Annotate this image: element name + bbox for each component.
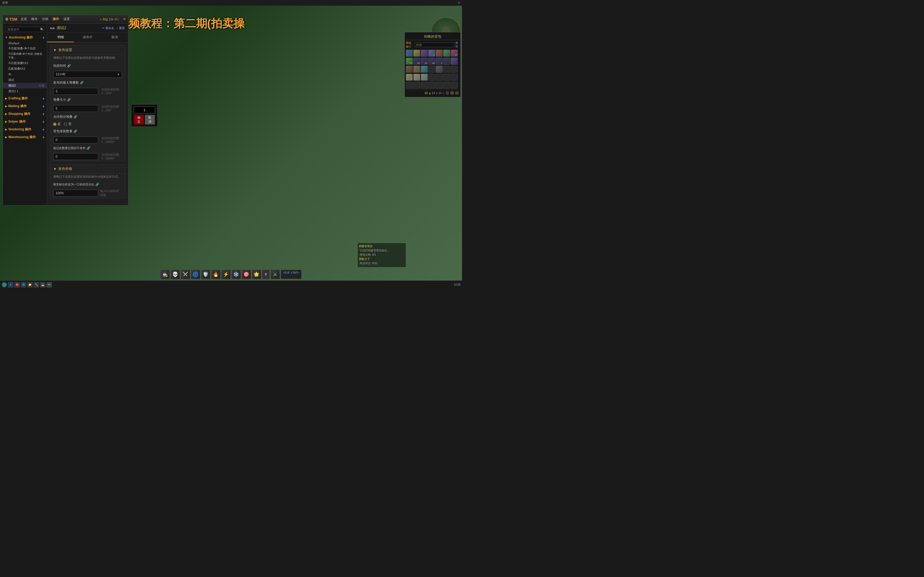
warehousing-add-button[interactable]: + <box>42 135 45 139</box>
bag-slot[interactable] <box>421 82 428 89</box>
bag-slot[interactable] <box>451 58 458 64</box>
stack-size-info-icon[interactable]: 🔗 <box>67 98 71 102</box>
bag-search-input[interactable] <box>415 42 454 47</box>
bag-slot[interactable] <box>451 66 458 73</box>
sidebar-sniper-header[interactable]: ▶ Sniper 操作 + <box>3 118 47 125</box>
bag-slot[interactable]: 20 <box>428 58 435 64</box>
bag-slot[interactable] <box>414 66 420 73</box>
bag-slot[interactable] <box>421 74 428 81</box>
bag-slot[interactable] <box>406 66 413 73</box>
sidebar-item-default[interactable]: #Default <box>3 41 47 46</box>
auctioning-add-button[interactable]: + <box>42 35 45 40</box>
bag-slot[interactable] <box>443 82 450 89</box>
max-stack-input[interactable] <box>53 88 98 95</box>
buyout-percent-info-icon[interactable]: 🔗 <box>95 183 99 186</box>
bag-slot[interactable] <box>428 74 435 81</box>
bag-slot[interactable]: 20 <box>406 58 413 64</box>
bag-slot[interactable] <box>421 66 428 73</box>
bag-slot[interactable] <box>443 50 450 56</box>
nav-groups[interactable]: 分组 <box>41 16 50 22</box>
taskbar-icon-5[interactable]: 🔧 <box>34 282 39 287</box>
expire-info-icon[interactable]: 🔗 <box>87 147 90 150</box>
taskbar-start[interactable]: 🌐 <box>2 282 7 287</box>
bag-slot[interactable] <box>451 82 458 89</box>
copy-icon[interactable]: ⧉ <box>39 84 41 87</box>
sidebar-crafting-header[interactable]: ▶ Crafting 操作 + <box>3 95 47 102</box>
action-btn-3[interactable]: ⚔️ <box>181 269 190 279</box>
bag-slot[interactable] <box>443 66 450 73</box>
sidebar-item-unmatch-single[interactable]: 不匹配堆叠-单个拍卖 <box>3 46 47 51</box>
action-btn-2[interactable]: 💀 <box>170 269 180 279</box>
action-btn-4[interactable]: 🌀 <box>191 269 200 279</box>
sidebar-item-cloth[interactable]: 布 <box>3 72 47 77</box>
vendoring-add-button[interactable]: + <box>42 127 45 132</box>
rename-action[interactable]: ✏ 重命名 <box>102 26 114 30</box>
max-stack-info-icon[interactable]: 🔗 <box>80 81 84 84</box>
tsm-close-button[interactable]: ✕ <box>123 17 126 21</box>
taskbar-icon-3[interactable]: 🔵 <box>21 282 26 287</box>
sidebar-search-input[interactable] <box>6 27 44 32</box>
taskbar-icon-4[interactable]: 📁 <box>27 282 32 287</box>
bag-slot[interactable]: 5 <box>406 74 413 81</box>
sidebar-warehousing-header[interactable]: ▶ Warehousing 操作 + <box>3 134 47 140</box>
tab-detail[interactable]: 明细 <box>47 33 74 42</box>
bag-slot[interactable] <box>436 66 443 73</box>
action-btn-7[interactable]: ⚡ <box>221 269 231 279</box>
partial-stacks-info-icon[interactable]: 🔗 <box>74 115 77 119</box>
bag-slot[interactable]: 70 <box>451 50 458 56</box>
bag-slot[interactable] <box>436 74 443 81</box>
shopping-add-button[interactable]: + <box>42 112 45 116</box>
bag-slot[interactable]: 2 <box>436 58 443 64</box>
title-close-button[interactable]: × <box>458 1 460 5</box>
taskbar-icon-2[interactable]: 🔴 <box>15 282 20 287</box>
organize-button[interactable]: 整理 <box>455 41 459 48</box>
taskbar-wow-icon[interactable]: 🎮 <box>47 282 52 287</box>
delete-icon[interactable]: 🗑 <box>42 84 45 87</box>
sidebar-item-test[interactable]: 测试 <box>3 77 47 83</box>
sidebar-item-test2[interactable]: 测试2 ⧉ 🗑 <box>3 83 47 89</box>
nav-operations[interactable]: 操作 <box>52 16 60 22</box>
expire-input[interactable] <box>53 153 98 160</box>
sidebar-item-test2-1[interactable]: 测试2 1 <box>3 89 47 94</box>
sidebar-item-match-5x2[interactable]: 匹配堆叠5X2 <box>3 66 47 72</box>
bag-slot[interactable] <box>428 82 435 89</box>
bag-slot[interactable] <box>451 74 458 81</box>
action-btn-1[interactable]: 🧙 <box>160 269 170 279</box>
keepbag-info-icon[interactable]: 🔗 <box>74 130 77 133</box>
bag-slot[interactable] <box>436 82 443 89</box>
popup-number-input[interactable] <box>134 106 155 113</box>
bag-slot[interactable] <box>421 50 428 56</box>
popup-cancel-button[interactable]: 取消 <box>145 115 155 124</box>
auction-time-select[interactable]: 12小时 24小时 48小时 <box>53 71 122 78</box>
keepbag-input[interactable] <box>53 137 98 143</box>
taskbar-ie[interactable]: e <box>8 282 13 287</box>
bag-slot[interactable] <box>428 66 435 73</box>
tab-cancel[interactable]: 取消 <box>101 33 128 42</box>
buyout-percent-input[interactable] <box>53 190 98 197</box>
sidebar-auctioning-header[interactable]: ▼ Auctioning 操作 + <box>3 34 47 41</box>
bag-slot[interactable] <box>414 74 420 81</box>
partial-no-radio[interactable]: 否 <box>64 122 71 126</box>
reset-action[interactable]: ○ 重置 <box>116 26 125 30</box>
popup-confirm-button[interactable]: 确定 <box>134 115 144 124</box>
action-btn-10[interactable]: 🌟 <box>252 269 261 279</box>
bag-slot[interactable] <box>443 58 450 64</box>
sidebar-vendoring-header[interactable]: ▶ Vendoring 操作 + <box>3 126 47 133</box>
offline-bank-button[interactable]: 离线银行 <box>406 41 414 48</box>
sidebar-shopping-header[interactable]: ▶ Shopping 操作 + <box>3 111 47 117</box>
action-btn-6[interactable]: 🔥 <box>211 269 221 279</box>
nav-ledger[interactable]: 账本 <box>30 16 39 22</box>
taskbar-icon-6[interactable]: 💻 <box>40 282 45 287</box>
action-btn-5[interactable]: 🛡️ <box>201 269 210 279</box>
sidebar-mailing-header[interactable]: ▶ Mailing 操作 + <box>3 103 47 110</box>
sidebar-item-unmatch-single-ignore[interactable]: 不匹配堆叠-单个拍卖-忽略低于最... <box>3 51 47 60</box>
bag-slot[interactable]: 3 <box>428 50 435 56</box>
sniper-add-button[interactable]: + <box>42 120 45 124</box>
mailing-add-button[interactable]: + <box>42 104 45 108</box>
action-btn-8[interactable]: ❄️ <box>231 269 241 279</box>
crafting-add-button[interactable]: + <box>42 97 45 101</box>
bag-slot[interactable] <box>406 50 413 56</box>
bag-slot[interactable] <box>406 82 413 89</box>
nav-overview[interactable]: 总览 <box>19 16 28 22</box>
action-btn-9[interactable]: 🎯 <box>241 269 251 279</box>
